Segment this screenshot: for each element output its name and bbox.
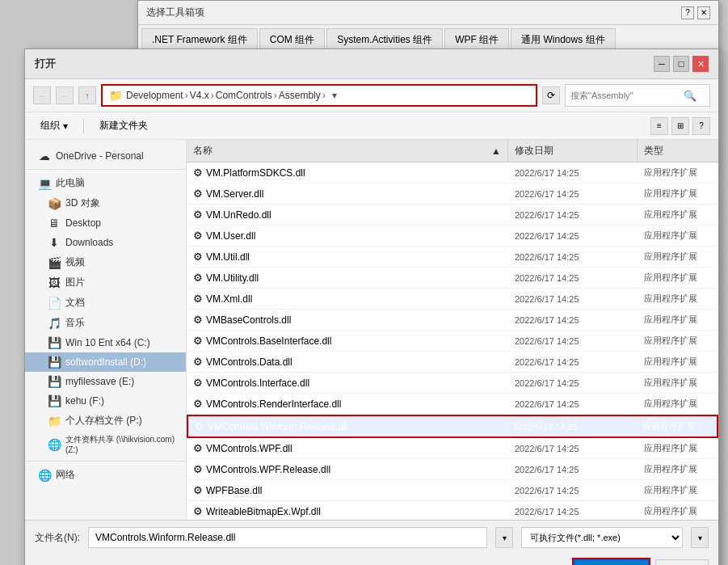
sidebar-item-videos[interactable]: 🎬 视频	[25, 252, 186, 272]
header-date[interactable]: 修改日期	[508, 140, 638, 162]
sidebar-item-onedrive[interactable]: ☁ OneDrive - Personal	[25, 146, 186, 166]
sidebar-label-documents: 文档	[65, 296, 85, 310]
sidebar-item-documents[interactable]: 📄 文档	[25, 293, 186, 313]
tab-wpf[interactable]: WPF 组件	[444, 28, 509, 51]
sidebar-label-music: 音乐	[65, 316, 85, 330]
sidebar-label-kehu: kehu (F:)	[65, 395, 104, 407]
table-row[interactable]: ⚙WPFBase.dll2022/6/17 14:25应用程序扩展	[187, 480, 718, 501]
file-type-cell: 应用程序扩展	[638, 291, 718, 306]
path-seg-development[interactable]: Development	[126, 90, 183, 101]
tool-dialog-close-btn[interactable]: ✕	[697, 6, 710, 19]
header-type[interactable]: 类型	[638, 140, 718, 162]
filetype-dropdown-btn[interactable]: ▾	[691, 527, 709, 548]
file-name-cell: ⚙VMControls.WPF.dll	[187, 441, 508, 456]
sidebar-item-winc[interactable]: 💾 Win 10 Ent x64 (C:)	[25, 333, 186, 352]
tab-netframework[interactable]: .NET Framework 组件	[141, 28, 258, 51]
table-row[interactable]: ⚙VM.UnRedo.dll2022/6/17 14:25应用程序扩展	[187, 204, 718, 226]
table-row[interactable]: ⚙VMControls.Interface.dll2022/6/17 14:25…	[187, 373, 718, 394]
path-dropdown-btn[interactable]: ▾	[332, 90, 337, 101]
file-name-cell: ⚙VMBaseControls.dll	[187, 312, 508, 327]
table-row[interactable]: ⚙VMBaseControls.dll2022/6/17 14:25应用程序扩展	[187, 310, 718, 331]
sidebar-item-softword[interactable]: 💾 softwordInstall (D:)	[25, 352, 186, 372]
file-list[interactable]: ⚙VM.PlatformSDKCS.dll2022/6/17 14:25应用程序…	[187, 162, 718, 520]
tab-com[interactable]: COM 组件	[259, 28, 325, 51]
sidebar-item-music[interactable]: 🎵 音乐	[25, 313, 186, 333]
sort-icon-name: ▲	[491, 145, 501, 157]
filetype-select[interactable]: 可执行文件(*.dll; *.exe)	[521, 527, 683, 548]
table-row[interactable]: ⚙VMControls.BaseInterface.dll2022/6/17 1…	[187, 331, 718, 352]
sidebar-item-3dobjects[interactable]: 📦 3D 对象	[25, 193, 186, 213]
organize-btn[interactable]: 组织 ▾	[33, 116, 75, 136]
file-type-cell: 应用程序扩展	[638, 186, 718, 201]
sidebar-item-kehu[interactable]: 💾 kehu (F:)	[25, 391, 186, 411]
path-seg-v4x[interactable]: V4.x	[190, 90, 209, 101]
cancel-btn[interactable]: 取消	[655, 559, 709, 565]
sidebar-item-desktop[interactable]: 🖥 Desktop	[25, 213, 186, 233]
dialog-minimize-btn[interactable]: ─	[654, 56, 670, 72]
file-date-cell: 2022/6/17 14:25	[508, 396, 638, 411]
table-row[interactable]: ⚙VM.User.dll2022/6/17 14:25应用程序扩展	[187, 226, 718, 247]
tab-sysactivities[interactable]: System.Activities 组件	[326, 28, 443, 51]
filename-input[interactable]	[88, 527, 487, 548]
open-btn[interactable]: 打开(O) ▾	[574, 559, 649, 565]
file-dll-icon: ⚙	[193, 377, 203, 389]
new-folder-btn[interactable]: 新建文件夹	[92, 116, 155, 136]
file-name-text: VM.Utility.dll	[206, 272, 259, 284]
table-row[interactable]: ⚙VM.Server.dll2022/6/17 14:25应用程序扩展	[187, 183, 718, 204]
table-row[interactable]: ⚙VM.PlatformSDKCS.dll2022/6/17 14:25应用程序…	[187, 162, 718, 183]
table-row[interactable]: ⚙VMControls.Data.dll2022/6/17 14:25应用程序扩…	[187, 352, 718, 373]
view-help-btn[interactable]: ?	[692, 117, 710, 135]
address-path[interactable]: 📁 Development › V4.x › ComControls › Ass…	[101, 84, 537, 107]
tool-dialog-help-btn[interactable]: ?	[681, 6, 694, 19]
nav-forward-btn[interactable]: →	[56, 86, 74, 104]
file-date-cell: 2022/6/17 14:25	[508, 333, 638, 348]
file-list-header: 名称 ▲ 修改日期 类型	[187, 140, 718, 162]
nav-up-btn[interactable]: ↑	[78, 86, 96, 104]
header-name[interactable]: 名称 ▲	[187, 140, 508, 162]
table-row[interactable]: ⚙VMControls.WPF.Release.dll2022/6/17 14:…	[187, 459, 718, 480]
sidebar-item-pictures[interactable]: 🖼 图片	[25, 272, 186, 293]
sidebar-label-shared: 文件资料共享 (\\hikvision.com) (Z:)	[65, 434, 179, 454]
file-type-cell: 应用程序扩展	[638, 375, 718, 390]
path-seg-comcontrols[interactable]: ComControls	[216, 90, 272, 101]
file-name-cell: ⚙VM.PlatformSDKCS.dll	[187, 165, 508, 180]
table-row[interactable]: ⚙VMControls.RenderInterface.dll2022/6/17…	[187, 394, 718, 415]
table-row[interactable]: ⚙VM.Util.dll2022/6/17 14:25应用程序扩展	[187, 247, 718, 268]
sidebar-label-desktop: Desktop	[65, 217, 101, 229]
header-name-label: 名称	[193, 144, 213, 158]
view-tiles-btn[interactable]: ⊞	[671, 117, 689, 135]
path-seg-assembly[interactable]: Assembly	[279, 90, 321, 101]
view-details-btn[interactable]: ≡	[650, 117, 668, 135]
table-row[interactable]: ⚙VMControls.WPF.dll2022/6/17 14:25应用程序扩展	[187, 438, 718, 459]
table-row[interactable]: ⚙VM.Xml.dll2022/6/17 14:25应用程序扩展	[187, 289, 718, 310]
file-date-cell: 2022/6/17 14:25	[508, 249, 638, 264]
file-name-text: VMControls.Data.dll	[206, 356, 292, 368]
file-name-text: VMControls.Winform.Release.dll	[208, 421, 347, 432]
table-row[interactable]: ⚙WriteableBitmapEx.Wpf.dll2022/6/17 14:2…	[187, 501, 718, 520]
search-input[interactable]	[570, 91, 684, 100]
nav-back-btn[interactable]: ←	[33, 86, 51, 104]
refresh-btn[interactable]: ⟳	[542, 86, 560, 104]
sidebar-item-myfiles[interactable]: 💾 myfilessave (E:)	[25, 372, 186, 391]
tab-universal-windows[interactable]: 通用 Windows 组件	[511, 28, 615, 51]
sidebar-item-network[interactable]: 🌐 网络	[25, 465, 186, 485]
file-date-cell: 2022/6/17 14:25	[508, 207, 638, 222]
sidebar-item-shared[interactable]: 🌐 文件资料共享 (\\hikvision.com) (Z:)	[25, 431, 186, 457]
table-row[interactable]: ⚙VMControls.Winform.Release.dll2022/6/17…	[187, 415, 718, 438]
view-buttons: ≡ ⊞ ?	[650, 117, 710, 135]
filename-label: 文件名(N):	[35, 531, 80, 545]
toolbar: 组织 ▾ 新建文件夹 ≡ ⊞ ?	[25, 112, 718, 140]
file-name-cell: ⚙WPFBase.dll	[187, 483, 508, 498]
search-icon[interactable]: 🔍	[684, 90, 696, 102]
sidebar-item-personal[interactable]: 📁 个人存档文件 (P:)	[25, 411, 186, 431]
bottom-bar: 文件名(N): ▾ 可执行文件(*.dll; *.exe) ▾	[25, 520, 718, 554]
sidebar-item-thispc[interactable]: 💻 此电脑	[25, 173, 186, 193]
dialog-close-btn[interactable]: ✕	[692, 56, 709, 72]
sidebar-item-downloads[interactable]: ⬇ Downloads	[25, 233, 186, 252]
file-type-cell: 应用程序扩展	[638, 483, 718, 498]
file-name-cell: ⚙VMControls.Winform.Release.dll	[188, 419, 507, 434]
dialog-maximize-btn[interactable]: □	[673, 56, 689, 72]
filename-dropdown-btn[interactable]: ▾	[495, 527, 513, 548]
table-row[interactable]: ⚙VM.Utility.dll2022/6/17 14:25应用程序扩展	[187, 268, 718, 289]
file-date-cell: 2022/6/17 14:25	[508, 504, 638, 519]
